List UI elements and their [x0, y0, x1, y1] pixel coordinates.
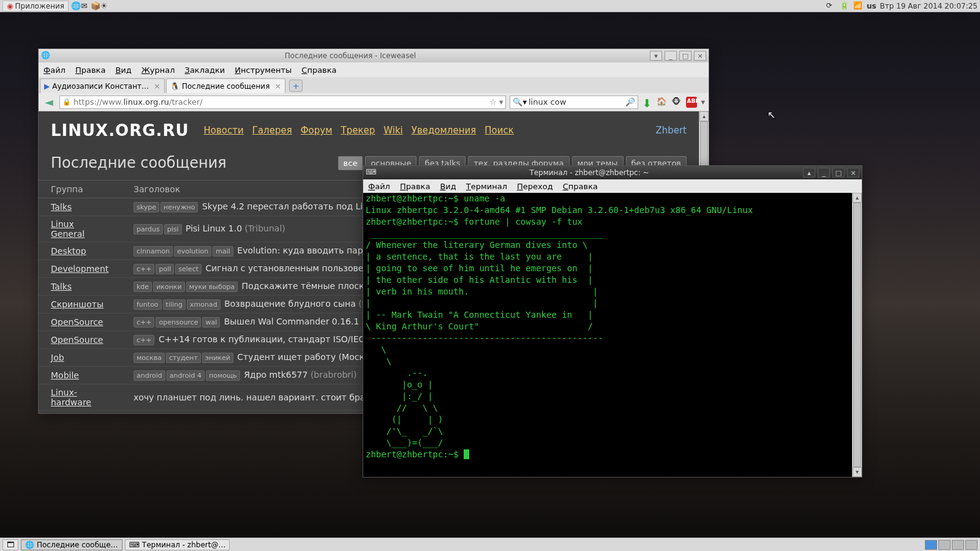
tag[interactable]: c++	[134, 264, 154, 274]
taskbar-item[interactable]: 🌐Последние сообще…	[21, 539, 123, 550]
group-link[interactable]: Mobile	[51, 370, 79, 380]
terminal-output[interactable]: zhbert@zhbertpc:~$ uname -a Linux zhbert…	[363, 193, 852, 477]
tag[interactable]: москва	[134, 353, 165, 363]
tag[interactable]: эникей	[202, 353, 233, 363]
close-button[interactable]: ×	[847, 168, 859, 178]
topic-title[interactable]: Pisi Linux 1.0	[183, 223, 245, 233]
group-link[interactable]: OpenSource	[51, 317, 103, 327]
group-link[interactable]: Скриншоты	[51, 299, 104, 309]
minimize-button[interactable]: _	[818, 168, 830, 178]
maximize-button[interactable]: □	[679, 51, 692, 61]
scroll-up-icon[interactable]: ▴	[699, 111, 709, 121]
tag[interactable]: funtoo	[134, 299, 162, 310]
minimize-button[interactable]: ▾	[650, 51, 662, 61]
menu-go[interactable]: Переход	[517, 182, 553, 191]
workspace-4[interactable]	[965, 540, 978, 550]
scroll-thumb[interactable]	[853, 203, 861, 467]
tag[interactable]: c++	[134, 317, 154, 328]
download-icon[interactable]: ⬇	[642, 97, 653, 108]
nav-link[interactable]: Поиск	[484, 125, 514, 136]
browser-tab[interactable]: 🐧 Последние сообщения ×	[166, 78, 285, 93]
maximize-button[interactable]: □	[832, 168, 845, 178]
close-tab-icon[interactable]: ×	[274, 81, 281, 91]
browser-tab[interactable]: ▶ Аудиозаписи Констант… ×	[40, 78, 165, 93]
tag[interactable]: ненужно	[160, 202, 198, 212]
workspace-1[interactable]	[925, 540, 937, 550]
nav-link[interactable]: Галерея	[252, 125, 292, 136]
close-tab-icon[interactable]: ×	[154, 81, 160, 91]
battery-icon[interactable]: 🔋	[840, 1, 850, 11]
monkey-icon[interactable]: 🐵	[671, 97, 682, 108]
tag[interactable]: android	[134, 370, 165, 381]
menu-view[interactable]: Вид	[440, 182, 456, 191]
search-go-icon[interactable]: 🔎	[625, 97, 635, 107]
topic-title[interactable]: Вышел Wal Commander 0.16.1	[221, 317, 362, 326]
topic-title[interactable]: Подскажите тёмные плоские и	[239, 281, 383, 291]
group-link[interactable]: Linux General	[51, 219, 85, 239]
tag[interactable]: select	[175, 264, 202, 274]
scroll-track[interactable]	[853, 203, 862, 467]
abp-icon[interactable]: ABP	[686, 97, 697, 108]
group-link[interactable]: Talks	[51, 282, 72, 291]
address-bar[interactable]: 🔒 https://www.linux.org.ru/tracker/ ☆ ▾	[59, 96, 506, 109]
menu-file[interactable]: Файл	[43, 66, 66, 75]
tag[interactable]: pardus	[134, 224, 163, 234]
filter-button[interactable]: все	[338, 156, 363, 170]
scroll-up-icon[interactable]: ▴	[853, 193, 862, 203]
network-icon[interactable]: 📶	[853, 1, 863, 11]
topic-title[interactable]: Ядро mtk6577	[241, 370, 311, 380]
menu-terminal[interactable]: Терминал	[466, 182, 507, 191]
tag[interactable]: xmonad	[187, 299, 221, 310]
tag[interactable]: opensource	[156, 317, 201, 328]
scroll-down-icon[interactable]: ▾	[853, 467, 862, 477]
menu-help[interactable]: Справка	[301, 66, 336, 75]
group-link[interactable]: Desktop	[51, 246, 86, 256]
nav-link[interactable]: Уведомления	[412, 125, 476, 136]
globe-icon[interactable]: 🌐	[71, 1, 81, 11]
tag[interactable]: wal	[202, 317, 220, 328]
dropdown-icon[interactable]: ▾	[701, 97, 705, 107]
minimize2-button[interactable]: _	[665, 51, 677, 61]
user-link[interactable]: Zhbert	[655, 125, 687, 136]
search-bar[interactable]: 🔍▾ linux cow 🔎	[510, 96, 638, 109]
weather-icon[interactable]: ☀	[100, 1, 110, 11]
tag[interactable]: иконки	[153, 282, 185, 292]
home-icon[interactable]: 🏠	[657, 97, 668, 108]
terminal-scrollbar[interactable]: ▴ ▾	[852, 193, 862, 477]
workspace-3[interactable]	[952, 540, 964, 550]
nav-link[interactable]: Wiki	[383, 125, 403, 136]
tag[interactable]: poll	[156, 264, 174, 274]
menu-history[interactable]: Журнал	[141, 66, 175, 75]
menu-tools[interactable]: Инструменты	[235, 66, 292, 75]
menu-view[interactable]: Вид	[115, 66, 131, 75]
tag[interactable]: муки выбора	[186, 282, 238, 292]
menu-edit[interactable]: Правка	[75, 66, 105, 75]
nav-link[interactable]: Трекер	[341, 125, 375, 136]
menu-edit[interactable]: Правка	[400, 182, 430, 191]
desktop-button[interactable]: 🗔	[2, 539, 18, 550]
topic-title[interactable]: Skype 4.2 перестал работать под Linux	[199, 201, 379, 211]
keyboard-layout[interactable]: us	[867, 2, 876, 10]
tag[interactable]: evolution	[174, 246, 211, 257]
taskbar-item[interactable]: ⌨Терминал - zhbert@…	[125, 539, 230, 550]
rollup-button[interactable]: ▴	[803, 168, 815, 178]
tag[interactable]: c++	[134, 335, 154, 345]
menu-help[interactable]: Справка	[563, 182, 598, 191]
nav-link[interactable]: Форум	[301, 125, 333, 136]
group-link[interactable]: OpenSource	[51, 335, 103, 345]
updates-icon[interactable]: ⟳	[826, 1, 836, 11]
tag[interactable]: cinnamon	[134, 246, 173, 257]
clock[interactable]: Втр 19 Авг 2014 20:07:25	[880, 2, 978, 10]
site-logo[interactable]: LINUX.ORG.RU	[51, 121, 189, 140]
workspace-switcher[interactable]	[925, 540, 978, 550]
terminal-titlebar[interactable]: ⌨ Терминал - zhbert@zhbertpc: ~ ▴ _ □ ×	[363, 166, 862, 179]
group-link[interactable]: Development	[51, 264, 108, 274]
back-button[interactable]: ◄	[42, 96, 56, 109]
topic-title[interactable]: Студент ищет работу (Москва:	[235, 352, 378, 362]
menu-file[interactable]: Файл	[368, 182, 390, 191]
group-link[interactable]: Job	[51, 353, 64, 362]
close-button[interactable]: ×	[694, 51, 706, 61]
nav-link[interactable]: Новости	[204, 125, 244, 136]
topic-title[interactable]: Возвращение блудного сына	[222, 299, 358, 309]
tag[interactable]: pisi	[164, 224, 182, 234]
